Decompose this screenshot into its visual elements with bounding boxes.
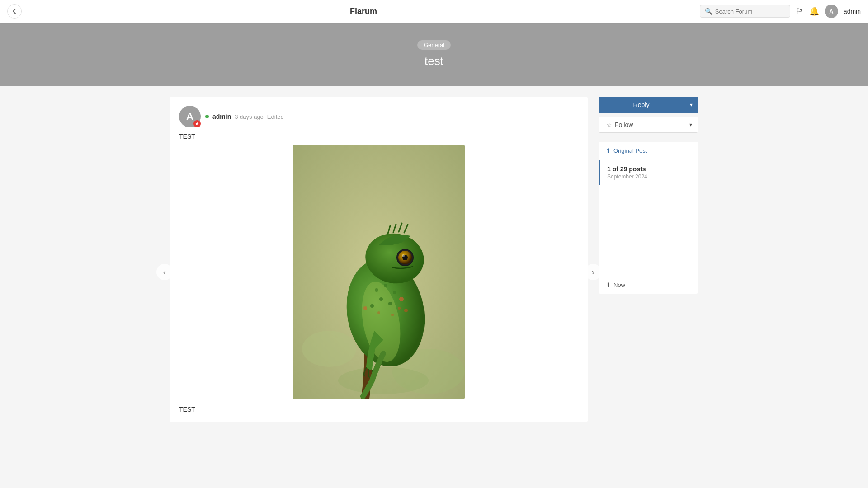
search-bar[interactable]: 🔍: [700, 5, 790, 18]
reply-dropdown-button[interactable]: ▾: [684, 97, 698, 113]
avatar[interactable]: A: [825, 5, 838, 18]
category-tag[interactable]: General: [417, 40, 451, 50]
sidebar-section: ⬆ Original Post 1 of 29 posts September …: [599, 142, 698, 294]
avatar-wrap: A: [179, 106, 201, 127]
header-right: 🔍 🏳 🔔 A admin: [700, 5, 861, 18]
follow-dropdown-button[interactable]: ▾: [684, 117, 698, 133]
back-button[interactable]: [7, 4, 22, 19]
username-label[interactable]: admin: [844, 8, 861, 15]
svg-point-15: [399, 297, 404, 301]
app-title: Flarum: [27, 7, 700, 16]
now-label: Now: [613, 282, 625, 288]
reply-button-group: Reply ▾: [599, 97, 698, 113]
online-indicator: [205, 115, 209, 118]
timeline-area: [599, 185, 698, 276]
hero-banner: General test: [0, 23, 868, 86]
original-post-icon: ⬆: [606, 147, 611, 154]
post-title: test: [425, 54, 443, 68]
svg-point-13: [391, 314, 394, 316]
bell-icon[interactable]: 🔔: [809, 6, 819, 16]
post-meta-row: admin 3 days ago Edited: [205, 113, 284, 120]
svg-point-12: [398, 307, 401, 310]
svg-point-14: [377, 311, 380, 314]
follow-dropdown-arrow: ▾: [689, 122, 692, 128]
post-meta: admin 3 days ago Edited: [205, 113, 284, 120]
original-post-label: Original Post: [613, 147, 647, 154]
next-image-button[interactable]: ›: [585, 264, 601, 280]
post-count-text: 1 of 29 posts: [607, 165, 691, 173]
reply-dropdown-arrow: ▾: [690, 102, 693, 108]
post: A admin 3 days ago Edited TEST: [170, 97, 588, 422]
post-area: A admin 3 days ago Edited TEST: [170, 97, 588, 423]
svg-point-16: [404, 309, 408, 312]
svg-point-1: [302, 331, 356, 367]
original-post-link[interactable]: ⬆ Original Post: [599, 142, 698, 160]
post-header: A admin 3 days ago Edited: [179, 106, 579, 127]
svg-point-9: [379, 297, 383, 301]
sidebar-actions: Reply ▾ ☆ Follow ▾: [599, 97, 698, 133]
reply-button[interactable]: Reply: [599, 97, 684, 113]
svg-point-8: [393, 291, 396, 294]
svg-point-11: [370, 304, 374, 308]
follow-label: Follow: [615, 121, 633, 128]
post-edited: Edited: [267, 113, 284, 120]
prev-image-button[interactable]: ‹: [156, 264, 173, 280]
svg-point-6: [375, 288, 378, 292]
post-author[interactable]: admin: [212, 113, 231, 120]
post-time: 3 days ago: [235, 113, 264, 120]
sidebar: Reply ▾ ☆ Follow ▾ ⬆ Original Post: [599, 97, 698, 423]
header: Flarum 🔍 🏳 🔔 A admin: [0, 0, 868, 23]
svg-point-7: [384, 284, 387, 287]
svg-point-3: [338, 367, 429, 394]
now-icon: ⬇: [606, 282, 611, 288]
post-image-container: ‹: [179, 145, 579, 399]
post-count-date: September 2024: [607, 174, 691, 180]
post-image[interactable]: [293, 145, 465, 399]
svg-point-22: [402, 254, 405, 257]
post-body-text: TEST: [179, 133, 579, 140]
follow-button-group: ☆ Follow ▾: [599, 117, 698, 133]
flag-icon[interactable]: 🏳: [796, 7, 804, 16]
svg-point-10: [388, 302, 392, 305]
post-count-section: 1 of 29 posts September 2024: [599, 160, 698, 185]
main-layout: A admin 3 days ago Edited TEST: [163, 86, 705, 434]
post-footer-text: TEST: [179, 406, 579, 413]
admin-badge: [193, 120, 201, 127]
svg-point-17: [363, 306, 367, 310]
chameleon-svg: [293, 145, 465, 399]
now-link[interactable]: ⬇ Now: [599, 276, 698, 294]
search-icon: 🔍: [705, 8, 712, 15]
search-input[interactable]: [715, 8, 785, 15]
star-icon: ☆: [606, 121, 612, 128]
follow-button[interactable]: ☆ Follow: [599, 117, 684, 133]
